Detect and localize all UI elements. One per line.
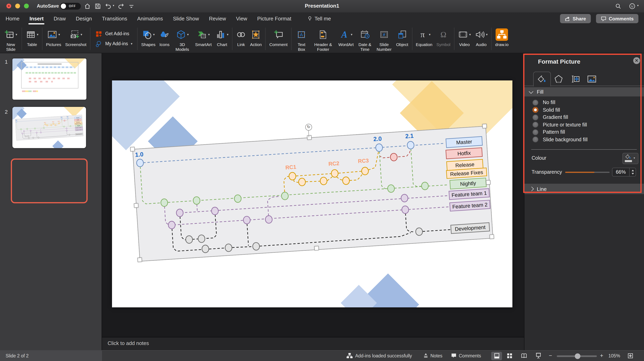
transparency-value-field[interactable]: 66% [612, 168, 636, 177]
resize-handle-bottom-left[interactable] [138, 257, 142, 262]
resize-handle-bottom-right[interactable] [490, 234, 494, 239]
object-button[interactable]: Object [394, 25, 410, 53]
chevron-down-icon: ▾ [187, 33, 188, 36]
chevron-down-icon: ▾ [208, 33, 210, 36]
fill-option-pattern-fill[interactable]: Pattern fill [532, 129, 565, 136]
comments-icon[interactable] [451, 352, 457, 358]
zoom-in-button[interactable]: + [600, 352, 603, 358]
tab-review[interactable]: Review [209, 13, 226, 25]
tab-insert[interactable]: Insert [30, 13, 44, 25]
tell-me-label: Tell me [314, 13, 331, 25]
reading-view-icon[interactable] [521, 352, 527, 359]
tab-draw[interactable]: Draw [54, 13, 66, 25]
fill-section-header[interactable]: Fill [524, 87, 644, 97]
my-add-ins-label: My Add-ins [105, 41, 128, 47]
slide-number-button[interactable]: Slide Number [374, 25, 394, 53]
radio-icon [532, 137, 538, 143]
tab-slide-show[interactable]: Slide Show [173, 13, 199, 25]
fill-section-label: Fill [537, 89, 544, 95]
picture-tab-icon[interactable] [587, 74, 597, 84]
comments-toggle[interactable]: Comments [459, 353, 481, 358]
tab-picture-format[interactable]: Picture Format [257, 13, 292, 25]
line-section-label: Line [537, 186, 546, 192]
chart-button[interactable]: ▾ Chart [214, 25, 230, 53]
shapes-button[interactable]: ▾ Shapes [139, 25, 158, 53]
screenshot-button[interactable]: ▾ Screenshot [63, 25, 88, 53]
notes-toggle[interactable]: Notes [430, 353, 442, 358]
slide-thumbnail-2[interactable]: MasterHotfixReleaseRelease FixesNightlyF… [12, 107, 86, 148]
comment-button[interactable]: Comment [268, 25, 290, 53]
get-add-ins-icon [95, 30, 102, 38]
account-icon[interactable] [629, 3, 636, 10]
comments-button[interactable]: Comments [596, 14, 638, 23]
paint-bucket-icon [624, 154, 631, 160]
fill-option-picture-or-texture-fill[interactable]: Picture or texture fill [532, 121, 587, 128]
notes-area[interactable]: Click to add notes [102, 337, 524, 350]
slide-thumbnail-1[interactable] [12, 59, 86, 100]
table-label: Table [27, 42, 37, 47]
equation-button[interactable]: ▾ Equation [414, 25, 434, 53]
line-section-header[interactable]: Line [524, 184, 644, 194]
svg-text:2.1: 2.1 [405, 132, 414, 140]
video-label: Video [459, 42, 470, 47]
fill-option-gradient-fill[interactable]: Gradient fill [532, 114, 568, 121]
tab-design[interactable]: Design [76, 13, 92, 25]
size-properties-icon[interactable] [570, 74, 580, 84]
screenshot-icon [70, 30, 80, 40]
get-add-ins-button[interactable]: Get Add-ins [95, 30, 132, 38]
pictures-button[interactable]: ▾ Pictures [44, 25, 63, 53]
wordart-button[interactable]: ▾ WordArt [336, 25, 356, 53]
tab-transitions[interactable]: Transitions [102, 13, 127, 25]
zoom-out-button[interactable]: − [549, 352, 552, 358]
stepper-down-icon[interactable] [632, 173, 634, 175]
search-icon[interactable] [615, 3, 622, 10]
chart-label: Chart [217, 42, 227, 47]
resize-handle-top-center[interactable] [307, 135, 312, 140]
fill-option-slide-background-fill[interactable]: Slide background fill [532, 136, 588, 143]
smartart-button[interactable]: ▾ SmartArt [193, 25, 214, 53]
new-slide-button[interactable]: ▾ New Slide [2, 25, 20, 53]
fit-to-window-icon[interactable] [627, 352, 634, 359]
tab-view[interactable]: View [236, 13, 247, 25]
icons-button[interactable]: Icons [158, 25, 172, 53]
resize-handle-top-left[interactable] [130, 147, 135, 152]
slide-sorter-view-icon[interactable] [506, 352, 513, 359]
effects-pentagon-icon[interactable] [554, 74, 564, 84]
new-slide-label: New Slide [4, 42, 18, 52]
account-chevron-icon[interactable]: ▾ [637, 4, 638, 7]
svg-text:Release: Release [455, 161, 474, 169]
audio-button[interactable]: ▾ Audio [473, 25, 490, 53]
video-button[interactable]: ▾ Video [456, 25, 473, 53]
action-button[interactable]: Action [248, 25, 264, 53]
transparency-slider-track[interactable] [565, 172, 610, 173]
resize-handle-middle-right[interactable] [486, 180, 490, 185]
selected-picture[interactable]: MasterHotfixReleaseRelease FixesNightlyF… [132, 126, 493, 262]
3d-models-button[interactable]: ▾ 3D Models [172, 25, 193, 53]
zoom-level[interactable]: 105% [608, 353, 620, 358]
share-button[interactable]: Share [560, 14, 591, 23]
drawio-button[interactable]: draw.io [493, 25, 510, 53]
resize-handle-top-right[interactable] [482, 124, 487, 128]
stepper-up-icon[interactable] [632, 170, 634, 171]
link-button[interactable]: Link [234, 25, 248, 53]
fill-option-no-fill[interactable]: No fill [532, 99, 556, 106]
close-icon[interactable]: ✕ [633, 57, 640, 64]
tab-tell-me[interactable]: Tell me [307, 13, 331, 25]
slide-show-icon[interactable] [535, 352, 542, 359]
tab-animations[interactable]: Animations [137, 13, 163, 25]
colour-picker-button[interactable]: ▾ [622, 153, 638, 164]
resize-handle-middle-left[interactable] [134, 203, 138, 208]
pictures-icon [47, 30, 57, 40]
tab-home[interactable]: Home [6, 13, 20, 25]
text-box-button[interactable]: Text Box [293, 25, 310, 53]
fill-option-solid-fill[interactable]: Solid fill [532, 106, 560, 114]
zoom-slider-thumb[interactable] [575, 353, 580, 359]
my-add-ins-button[interactable]: My Add-ins ▾ [95, 40, 132, 48]
resize-handle-bottom-center[interactable] [314, 246, 319, 250]
table-button[interactable]: ▾ Table [24, 25, 40, 53]
header-footer-button[interactable]: Header & Footer [310, 25, 336, 53]
transparency-stepper[interactable] [629, 168, 636, 176]
notes-icon[interactable] [423, 352, 429, 358]
date-time-button[interactable]: Date & Time [356, 25, 374, 53]
radio-icon [532, 122, 538, 128]
